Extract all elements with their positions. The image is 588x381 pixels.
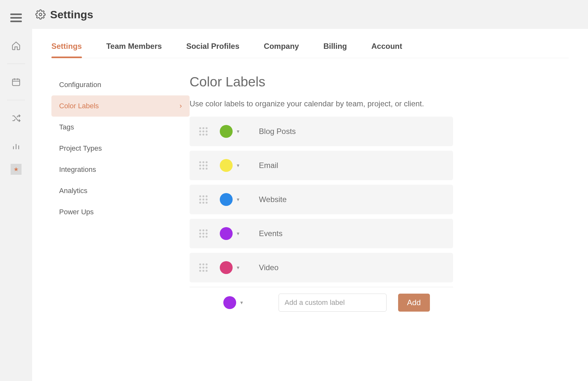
sidebar-item-color-labels[interactable]: Color Labels› [51, 95, 190, 117]
color-label-name: Video [259, 263, 279, 272]
tabs: SettingsTeam MembersSocial ProfilesCompa… [51, 42, 569, 58]
section-title: Color Labels [190, 74, 453, 90]
drag-handle-icon[interactable] [199, 127, 208, 136]
sidebar-item-label: Configuration [59, 81, 101, 89]
color-swatch[interactable] [220, 193, 233, 206]
topbar: Settings [32, 0, 588, 29]
chevron-down-icon[interactable]: ▼ [236, 129, 240, 134]
color-swatch[interactable] [220, 159, 233, 172]
sidebar-item-label: Power Ups [59, 208, 94, 216]
tab-billing[interactable]: Billing [323, 42, 347, 58]
chevron-down-icon[interactable]: ▼ [236, 163, 240, 168]
color-label-row: ▼Email [190, 151, 453, 180]
sidebar-item-integrations[interactable]: Integrations [51, 159, 190, 180]
color-label-name: Website [259, 195, 287, 204]
section-description: Use color labels to organize your calend… [190, 99, 453, 108]
home-icon[interactable] [6, 36, 26, 55]
shuffle-icon[interactable] [6, 109, 26, 128]
color-label-row: ▼Events [190, 219, 453, 248]
color-label-name: Blog Posts [259, 127, 296, 136]
tab-account[interactable]: Account [371, 42, 402, 58]
new-label-input[interactable] [279, 294, 387, 312]
chevron-down-icon[interactable]: ▼ [236, 197, 240, 202]
new-label-row: ▼ Add [190, 294, 453, 312]
svg-point-4 [39, 13, 42, 16]
sidebar-item-project-types[interactable]: Project Types [51, 138, 190, 159]
color-swatch[interactable] [220, 261, 233, 274]
drag-handle-icon[interactable] [199, 263, 208, 272]
color-label-row: ▼Blog Posts [190, 117, 453, 146]
chevron-down-icon[interactable]: ▼ [239, 300, 244, 305]
svg-rect-0 [10, 13, 22, 15]
svg-rect-1 [10, 17, 22, 19]
sidebar-item-power-ups[interactable]: Power Ups [51, 201, 190, 223]
chevron-down-icon[interactable]: ▼ [236, 231, 240, 236]
color-label-row: ▼Website [190, 185, 453, 214]
tab-team-members[interactable]: Team Members [106, 42, 162, 58]
color-label-name: Email [259, 161, 278, 170]
add-button[interactable]: Add [398, 294, 430, 312]
svg-rect-3 [13, 79, 20, 85]
chevron-right-icon: › [180, 102, 182, 110]
color-swatch[interactable] [220, 125, 233, 138]
calendar-icon[interactable] [6, 72, 26, 92]
menu-icon[interactable] [6, 8, 26, 28]
analytics-icon[interactable] [6, 136, 26, 155]
sidebar-item-label: Integrations [59, 165, 96, 174]
tab-settings[interactable]: Settings [51, 42, 82, 58]
sidebar-item-label: Project Types [59, 144, 102, 153]
drag-handle-icon[interactable] [199, 161, 208, 170]
color-swatch[interactable] [220, 227, 233, 240]
drag-handle-icon[interactable] [199, 195, 208, 204]
tab-company[interactable]: Company [264, 42, 299, 58]
sidebar-item-label: Tags [59, 123, 74, 131]
star-icon[interactable]: ★ [11, 164, 22, 175]
sidebar-item-tags[interactable]: Tags [51, 117, 190, 138]
sidebar-item-label: Analytics [59, 187, 87, 195]
divider [190, 287, 453, 287]
page-header-title: Settings [50, 8, 93, 21]
color-label-row: ▼Video [190, 253, 453, 282]
sidebar-item-configuration[interactable]: Configuration [51, 74, 190, 95]
rail-divider [7, 64, 25, 64]
chevron-down-icon[interactable]: ▼ [236, 265, 240, 270]
svg-rect-2 [10, 21, 22, 22]
new-label-color-swatch[interactable] [223, 296, 236, 309]
color-label-name: Events [259, 229, 282, 238]
sidebar-item-label: Color Labels [59, 102, 99, 110]
rail-divider [7, 100, 25, 100]
drag-handle-icon[interactable] [199, 229, 208, 238]
tab-social-profiles[interactable]: Social Profiles [186, 42, 239, 58]
sidebar-item-analytics[interactable]: Analytics [51, 180, 190, 201]
settings-sidebar: ConfigurationColor Labels›TagsProject Ty… [51, 74, 190, 312]
gear-icon [35, 9, 46, 20]
